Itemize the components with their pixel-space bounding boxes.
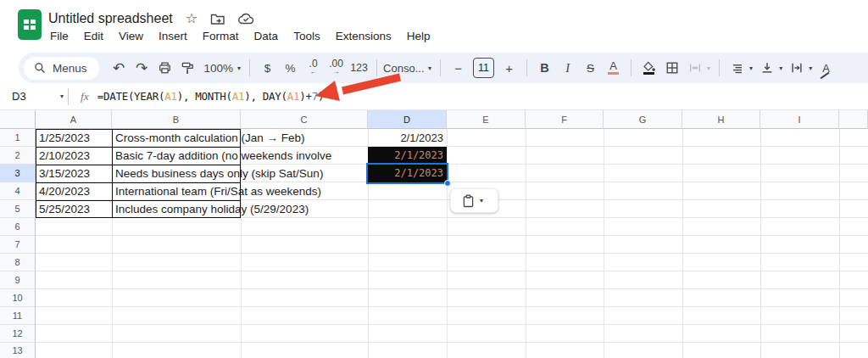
print-button[interactable] [153, 57, 176, 79]
merge-options-caret: ▾ [707, 64, 710, 72]
cell-a2[interactable]: 2/10/2023 [39, 148, 109, 163]
column-header-i[interactable]: I [760, 110, 839, 129]
text-wrap-caret[interactable]: ▾ [809, 64, 812, 72]
column-header-b[interactable]: B [112, 110, 241, 129]
merge-cells-button[interactable] [683, 57, 706, 79]
text-color-button[interactable]: A [602, 57, 625, 79]
row-header-6[interactable]: 6 [0, 218, 36, 236]
menu-edit[interactable]: Edit [76, 30, 111, 45]
menu-help[interactable]: Help [399, 30, 438, 45]
cell-b2[interactable]: Basic 7-day addition (no weekends involv… [115, 148, 366, 163]
row-header-4[interactable]: 4 [0, 182, 36, 200]
horizontal-align-caret[interactable]: ▾ [749, 64, 753, 72]
cloud-status-icon[interactable] [238, 13, 254, 25]
format-currency-button[interactable]: $ [256, 57, 279, 79]
menu-extensions[interactable]: Extensions [328, 30, 399, 45]
font-name-select[interactable]: Conso... [383, 62, 427, 75]
decrease-decimal-button[interactable]: .0 ← [302, 57, 325, 79]
menus-search[interactable]: Menus [24, 57, 99, 80]
text-color-swatch [608, 72, 619, 75]
menu-data[interactable]: Data [247, 30, 287, 45]
cell-b1[interactable]: Cross-month calculation (Jan → Feb) [115, 131, 366, 145]
cell-d3[interactable]: 2/1/2023 [368, 165, 443, 182]
cell-a3[interactable]: 3/15/2023 [39, 166, 109, 181]
italic-button[interactable]: I [556, 57, 579, 79]
paint-format-button[interactable] [176, 57, 199, 79]
toolbar: Menus ↶ ↷ 100% ▾ $ % [19, 53, 868, 83]
cell-d1[interactable]: 2/1/2023 [368, 131, 443, 145]
gridline [241, 129, 242, 358]
column-header-c[interactable]: C [241, 110, 368, 129]
paste-options-button[interactable]: ▾ [450, 188, 498, 213]
row-header-10[interactable]: 10 [0, 289, 36, 307]
row-header-5[interactable]: 5 [0, 200, 36, 218]
horizontal-align-button[interactable] [726, 57, 748, 79]
menu-format[interactable]: Format [195, 30, 247, 45]
gridline [760, 129, 761, 358]
cell-a1[interactable]: 1/25/2023 [39, 131, 109, 145]
zoom-level: 100% [204, 62, 234, 75]
toolbar-divider [526, 59, 527, 76]
sheet-cells-area[interactable] [36, 129, 868, 358]
menu-view[interactable]: View [111, 30, 151, 45]
row-header-11[interactable]: 11 [0, 307, 36, 325]
redo-button[interactable]: ↷ [131, 57, 153, 79]
format-percent-button[interactable]: % [279, 57, 302, 79]
menu-insert[interactable]: Insert [151, 30, 195, 45]
row-header-9[interactable]: 9 [0, 271, 36, 289]
increase-decimal-button[interactable]: .00 → [325, 57, 348, 79]
table-border [36, 200, 241, 201]
row-header-8[interactable]: 8 [0, 254, 36, 271]
star-icon[interactable]: ☆ [186, 12, 198, 25]
column-header-a[interactable]: A [36, 110, 112, 129]
formula-input[interactable]: =DATE(YEAR(A1), MONTH(A1), DAY(A1)+7) [97, 90, 324, 103]
zoom-control[interactable]: 100% ▾ [204, 62, 244, 75]
gridline [839, 129, 840, 358]
increase-font-size-button[interactable]: + [498, 57, 520, 79]
gridline [526, 129, 526, 358]
chevron-down-icon[interactable]: ▾ [428, 64, 431, 72]
text-rotation-button[interactable]: A [815, 57, 837, 79]
fill-color-button[interactable] [637, 57, 660, 79]
row-header-12[interactable]: 12 [0, 325, 36, 343]
document-title[interactable]: Untitled spreadsheet [48, 11, 173, 26]
column-header-h[interactable]: H [682, 110, 760, 129]
bold-button[interactable]: B [533, 57, 556, 79]
decrease-font-size-button[interactable]: − [447, 57, 470, 79]
cell-b3[interactable]: Needs business days only (skip Sat/Sun) [115, 166, 366, 181]
column-header-partial[interactable] [839, 110, 868, 129]
cell-d2[interactable]: 2/1/2023 [368, 147, 443, 165]
undo-button[interactable]: ↶ [108, 57, 131, 79]
select-all-corner[interactable] [0, 110, 36, 129]
column-header-g[interactable]: G [604, 110, 682, 129]
vertical-align-button[interactable] [755, 57, 778, 79]
vertical-align-caret[interactable]: ▾ [779, 64, 782, 72]
row-header-3[interactable]: 3 [0, 165, 36, 182]
menu-file[interactable]: File [42, 30, 76, 45]
name-box[interactable]: D3 ▾ [0, 90, 66, 103]
column-header-f[interactable]: F [526, 110, 604, 129]
borders-button[interactable] [660, 57, 683, 79]
more-formats-button[interactable]: 123 [348, 57, 370, 79]
menu-tools[interactable]: Tools [286, 30, 328, 45]
row-header-2[interactable]: 2 [0, 147, 36, 165]
text-wrap-button[interactable] [785, 57, 808, 79]
toolbar-divider [440, 59, 441, 76]
paste-options-caret: ▾ [480, 197, 483, 204]
strikethrough-button[interactable]: S [579, 57, 602, 79]
cell-b5[interactable]: Includes company holiday (5/29/2023) [115, 202, 366, 216]
row-header-1[interactable]: 1 [0, 129, 36, 147]
column-header-d[interactable]: D [368, 110, 447, 129]
fill-handle[interactable] [444, 180, 451, 187]
cell-a4[interactable]: 4/20/2023 [39, 184, 109, 199]
google-sheets-window: Untitled spreadsheet ☆ File Edit View In… [0, 0, 868, 358]
font-size-input[interactable]: 11 [473, 58, 494, 78]
cell-a5[interactable]: 5/25/2023 [39, 202, 109, 216]
toolbar-divider [249, 59, 250, 76]
column-header-e[interactable]: E [447, 110, 526, 129]
row-header-13[interactable]: 13 [0, 343, 36, 358]
sheets-logo[interactable] [18, 9, 42, 40]
move-folder-icon[interactable] [210, 13, 225, 25]
row-header-7[interactable]: 7 [0, 236, 36, 254]
cell-b4[interactable]: International team (Fri/Sat as weekends) [115, 184, 366, 199]
